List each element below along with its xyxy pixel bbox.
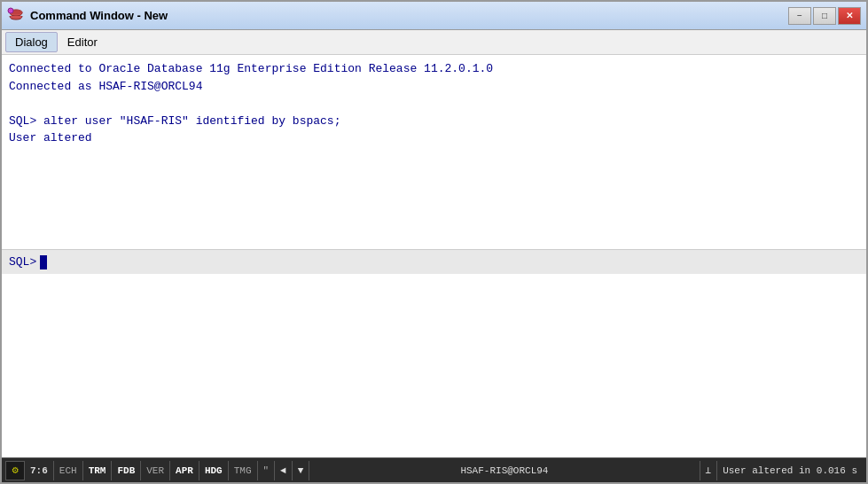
status-message: User altered in 0.016 s <box>717 465 863 476</box>
status-tmg: TMG <box>229 461 258 480</box>
pin-icon: ⊥ <box>706 464 712 476</box>
output-line-3: SQL> alter user "HSAF-RIS" identified by… <box>9 113 859 130</box>
left-arrow-icon: ◄ <box>280 465 286 476</box>
output-blank-1 <box>9 95 859 113</box>
status-user: HSAF-RIS@ORCL94 <box>309 461 700 480</box>
status-arrow-left[interactable]: ◄ <box>275 461 293 480</box>
close-button[interactable]: ✕ <box>838 7 861 25</box>
app-icon <box>7 7 25 25</box>
right-arrow-icon: ▼ <box>298 465 304 476</box>
status-hdg: HDG <box>199 461 229 480</box>
output-line-2: Connected as HSAF-RIS@ORCL94 <box>9 78 859 96</box>
window-controls: − □ ✕ <box>788 7 861 25</box>
sql-prompt: SQL> <box>9 255 36 269</box>
title-bar: Command Window - New − □ ✕ <box>2 2 866 30</box>
maximize-button[interactable]: □ <box>813 7 836 25</box>
input-line[interactable]: SQL> <box>2 249 866 274</box>
menu-editor[interactable]: Editor <box>58 32 107 52</box>
main-window: Command Window - New − □ ✕ Dialog Editor… <box>0 0 868 484</box>
status-bar: ⚙ 7:6 ECH TRM FDB VER APR HDG TMG " ◄ ▼ … <box>2 457 866 482</box>
output-line-4: User altered <box>9 129 859 147</box>
output-line-1: Connected to Oracle Database 11g Enterpr… <box>9 60 859 78</box>
output-blank-2 <box>9 147 859 165</box>
status-ech: ECH <box>54 461 83 480</box>
empty-area <box>2 274 866 457</box>
menu-dialog[interactable]: Dialog <box>5 32 58 52</box>
status-ver: VER <box>141 461 170 480</box>
window-title: Command Window - New <box>30 9 788 22</box>
status-arrow-right[interactable]: ▼ <box>293 461 310 480</box>
sql-output: Connected to Oracle Database 11g Enterpr… <box>2 55 866 249</box>
cursor <box>40 255 47 269</box>
status-icon-square: ⚙ <box>5 461 25 480</box>
gear-icon: ⚙ <box>12 464 18 477</box>
status-fdb: FDB <box>112 461 141 480</box>
status-apr: APR <box>170 461 199 480</box>
content-area: Connected to Oracle Database 11g Enterpr… <box>2 55 866 457</box>
status-quote: " <box>258 461 276 480</box>
status-pin: ⊥ <box>700 461 718 480</box>
menu-bar: Dialog Editor <box>2 30 866 55</box>
minimize-button[interactable]: − <box>788 7 811 25</box>
status-position: 7:6 <box>25 461 54 480</box>
status-trm: TRM <box>83 461 113 480</box>
svg-point-2 <box>8 8 13 13</box>
